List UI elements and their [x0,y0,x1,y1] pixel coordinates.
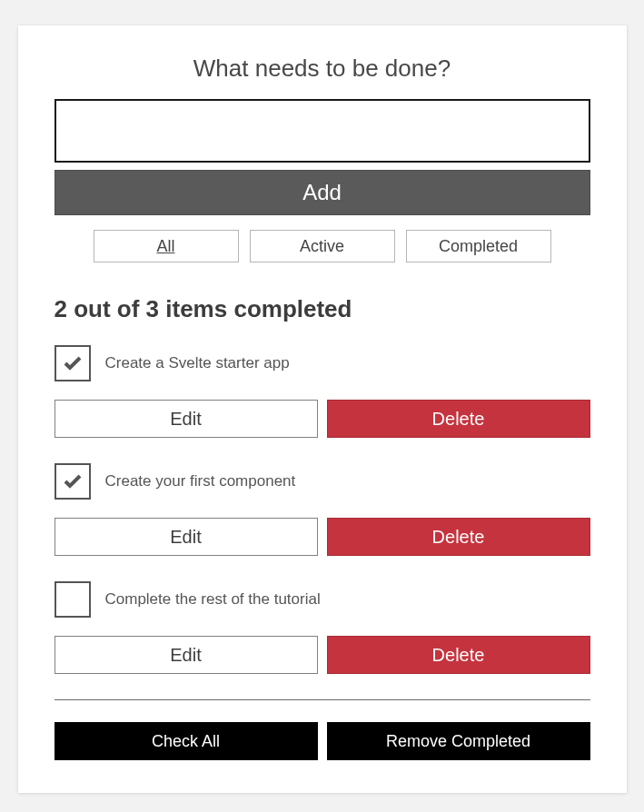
remove-completed-button[interactable]: Remove Completed [327,722,590,760]
filter-completed-button[interactable]: Completed [406,230,551,262]
add-button[interactable]: Add [54,170,590,215]
edit-button[interactable]: Edit [54,636,318,674]
status-heading: 2 out of 3 items completed [54,295,590,323]
todo-label: Create a Svelte starter app [105,354,290,372]
todo-checkbox[interactable] [54,581,91,618]
todo-label: Create your first component [105,472,296,490]
page-title: What needs to be done? [54,54,590,83]
check-icon [62,352,84,374]
check-all-button[interactable]: Check All [54,722,318,760]
list-item: Create your first component Edit Delete [54,463,590,556]
check-icon [62,470,84,492]
edit-button[interactable]: Edit [54,400,318,438]
filter-active-button[interactable]: Active [250,230,395,262]
todo-checkbox[interactable] [54,345,91,381]
delete-button[interactable]: Delete [327,518,590,556]
filter-bar: All Active Completed [54,230,590,262]
todo-app: What needs to be done? Add All Active Co… [18,25,627,793]
todo-checkbox[interactable] [54,463,91,500]
footer-actions: Check All Remove Completed [54,722,590,760]
delete-button[interactable]: Delete [327,636,590,674]
edit-button[interactable]: Edit [54,518,318,556]
delete-button[interactable]: Delete [327,400,590,438]
list-item: Complete the rest of the tutorial Edit D… [54,581,590,674]
todo-label: Complete the rest of the tutorial [105,590,321,609]
divider [54,699,590,700]
list-item: Create a Svelte starter app Edit Delete [54,345,590,438]
filter-all-button[interactable]: All [94,230,239,262]
new-todo-input[interactable] [54,99,590,163]
